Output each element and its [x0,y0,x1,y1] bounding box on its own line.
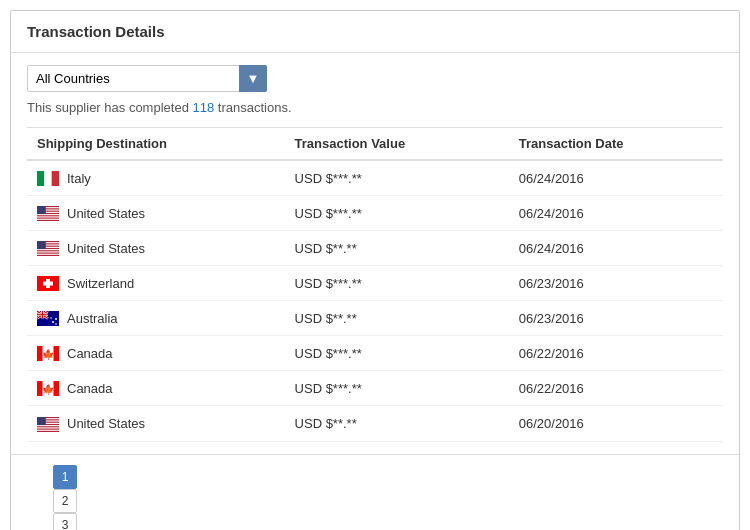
country-name: Switzerland [67,276,134,291]
cell-date: 06/23/2016 [509,301,723,336]
svg-rect-50 [37,429,59,430]
flag-icon [37,205,59,221]
flag-icon [37,170,59,186]
flag-icon [37,240,59,256]
filter-row: All Countries ▼ [27,65,723,92]
col-destination: Shipping Destination [27,128,285,161]
svg-rect-18 [37,241,46,249]
country-name: Italy [67,171,91,186]
flag-icon [37,310,59,326]
cell-destination: United States [27,196,285,231]
country-name: United States [67,241,145,256]
flag-icon: 🍁 [37,380,59,396]
country-filter-select[interactable]: All Countries [27,65,267,92]
table-row: 🍁 CanadaUSD $***.**06/22/2016 [27,336,723,371]
svg-point-34 [55,324,57,326]
table-row: United StatesUSD $**.**06/24/2016 [27,231,723,266]
svg-point-32 [52,321,54,323]
cell-value: USD $***.** [285,266,509,301]
title-text: Transaction Details [27,23,165,40]
pagination-left: ◄ 1234567...15 ► [27,465,103,531]
svg-rect-16 [37,252,59,253]
transactions-table: Shipping Destination Transaction Value T… [27,127,723,442]
page-btn-3[interactable]: 3 [53,513,77,531]
cell-destination: 🍁 Canada [27,336,285,371]
transaction-count-link[interactable]: 118 [192,100,214,115]
cell-date: 06/22/2016 [509,336,723,371]
cell-value: USD $***.** [285,371,509,406]
country-name: Canada [67,381,113,396]
svg-rect-49 [37,427,59,428]
svg-rect-8 [37,217,59,218]
cell-value: USD $**.** [285,406,509,441]
pagination-bar: ◄ 1234567...15 ► Go to Page Go [11,454,739,531]
cell-date: 06/20/2016 [509,406,723,441]
country-name: Australia [67,311,118,326]
cell-destination: United States [27,406,285,441]
cell-destination: Switzerland [27,266,285,301]
country-filter-wrapper: All Countries ▼ [27,65,267,92]
cell-date: 06/24/2016 [509,196,723,231]
svg-rect-9 [37,219,59,220]
content-area: All Countries ▼ This supplier has comple… [11,53,739,454]
svg-rect-21 [43,282,53,286]
svg-rect-7 [37,214,59,215]
svg-rect-15 [37,249,59,250]
page-btn-2[interactable]: 2 [53,489,77,513]
page-container: Transaction Details All Countries ▼ This… [10,10,740,530]
country-name: United States [67,206,145,221]
cell-value: USD $***.** [285,196,509,231]
svg-rect-42 [54,381,60,396]
flag-icon [37,275,59,291]
svg-rect-38 [54,346,60,361]
summary-suffix: transactions. [214,100,291,115]
page-title: Transaction Details [11,11,739,53]
svg-rect-0 [37,171,44,186]
flag-icon: 🍁 [37,345,59,361]
page-btn-1[interactable]: 1 [53,465,77,489]
cell-date: 06/24/2016 [509,160,723,196]
table-row: SwitzerlandUSD $***.**06/23/2016 [27,266,723,301]
cell-date: 06/22/2016 [509,371,723,406]
cell-destination: United States [27,231,285,266]
table-row: United StatesUSD $***.**06/24/2016 [27,196,723,231]
country-name: United States [67,416,145,431]
col-value: Transaction Value [285,128,509,161]
cell-destination: Australia [27,301,285,336]
cell-destination: 🍁 Canada [27,371,285,406]
svg-text:🍁: 🍁 [42,383,55,396]
table-row: AustraliaUSD $**.**06/23/2016 [27,301,723,336]
col-date: Transaction Date [509,128,723,161]
svg-rect-51 [37,417,46,425]
svg-rect-10 [37,206,46,214]
svg-rect-17 [37,254,59,255]
cell-destination: Italy [27,160,285,196]
cell-value: USD $***.** [285,160,509,196]
svg-point-33 [55,318,57,320]
cell-value: USD $***.** [285,336,509,371]
cell-date: 06/24/2016 [509,231,723,266]
table-header-row: Shipping Destination Transaction Value T… [27,128,723,161]
summary-prefix: This supplier has completed [27,100,192,115]
flag-icon [37,415,59,431]
svg-rect-2 [52,171,59,186]
cell-value: USD $**.** [285,231,509,266]
transaction-count: This supplier has completed 118 transact… [27,100,723,115]
table-row: ItalyUSD $***.**06/24/2016 [27,160,723,196]
svg-point-35 [50,318,52,320]
svg-rect-48 [37,425,59,426]
cell-date: 06/23/2016 [509,266,723,301]
svg-rect-1 [44,171,51,186]
svg-text:🍁: 🍁 [42,348,55,361]
table-row: 🍁 CanadaUSD $***.**06/22/2016 [27,371,723,406]
table-row: United StatesUSD $**.**06/20/2016 [27,406,723,441]
cell-value: USD $**.** [285,301,509,336]
country-name: Canada [67,346,113,361]
